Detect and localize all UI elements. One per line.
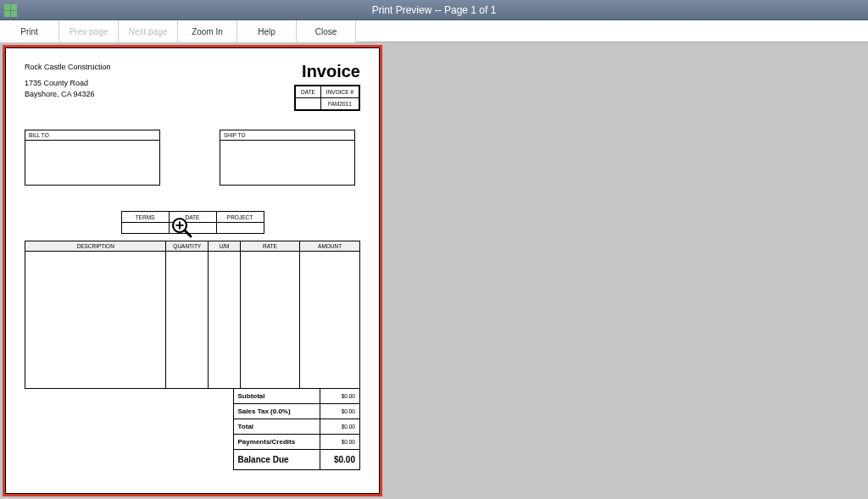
invoice-title: Invoice — [294, 62, 360, 81]
col-amount: AMOUNT — [300, 241, 360, 252]
prev-page-button: Prev page — [59, 20, 119, 42]
window-title: Print Preview -- Page 1 of 1 — [372, 4, 497, 16]
close-button[interactable]: Close — [297, 20, 356, 42]
ship-to-label: SHIP TO — [220, 130, 354, 141]
line-items-table: DESCRIPTION QUANTITY U/M RATE AMOUNT — [25, 241, 360, 389]
page-highlight: Rock Castle Construction 1735 County Roa… — [3, 45, 382, 496]
invoice-num-header: INVOICE # — [320, 86, 359, 98]
col-rate: RATE — [240, 241, 300, 252]
invoice-meta-box: DATE INVOICE # FAM2011 — [294, 85, 360, 111]
company-block: Rock Castle Construction 1735 County Roa… — [25, 62, 111, 100]
next-page-button: Next page — [119, 20, 178, 42]
col-um: U/M — [209, 241, 240, 252]
balance-due-value: $0.00 — [320, 450, 360, 470]
payments-value: $0.00 — [320, 435, 360, 450]
salestax-value: $0.00 — [320, 404, 360, 419]
bill-to-label: BILL TO — [25, 130, 159, 141]
total-value: $0.00 — [320, 419, 360, 435]
payments-label: Payments/Credits — [233, 435, 320, 450]
app-icon — [3, 3, 17, 17]
print-button[interactable]: Print — [0, 20, 59, 42]
table-row — [25, 252, 360, 389]
company-addr2: Bayshore, CA 94326 — [25, 89, 111, 100]
project-header: PROJECT — [216, 212, 264, 223]
ship-to-box: SHIP TO — [220, 130, 355, 186]
zoom-in-button[interactable]: Zoom In — [178, 20, 237, 42]
invoice-num-value: FAM2011 — [320, 98, 359, 110]
subtotal-label: Subtotal — [233, 389, 320, 404]
company-name: Rock Castle Construction — [25, 62, 111, 73]
title-bar: Print Preview -- Page 1 of 1 — [0, 0, 868, 20]
tdp-date-header: DATE — [169, 212, 216, 223]
terms-date-project: TERMS DATE PROJECT — [121, 211, 264, 234]
bill-to-box: BILL TO — [25, 130, 160, 186]
preview-area[interactable]: Rock Castle Construction 1735 County Roa… — [0, 42, 868, 499]
col-quantity: QUANTITY — [166, 241, 209, 252]
date-header: DATE — [295, 86, 320, 98]
salestax-label: Sales Tax (0.0%) — [233, 404, 320, 419]
col-description: DESCRIPTION — [25, 241, 166, 252]
totals-table: Subtotal $0.00 Sales Tax (0.0%) $0.00 To… — [233, 388, 360, 470]
company-addr1: 1735 County Road — [25, 78, 111, 89]
help-button[interactable]: Help — [237, 20, 297, 42]
invoice-page: Rock Castle Construction 1735 County Roa… — [5, 47, 380, 494]
total-label: Total — [233, 419, 320, 435]
terms-header: TERMS — [121, 212, 169, 223]
date-value — [295, 98, 320, 110]
balance-due-label: Balance Due — [233, 450, 320, 470]
subtotal-value: $0.00 — [320, 389, 360, 404]
toolbar: Print Prev page Next page Zoom In Help C… — [0, 20, 868, 42]
